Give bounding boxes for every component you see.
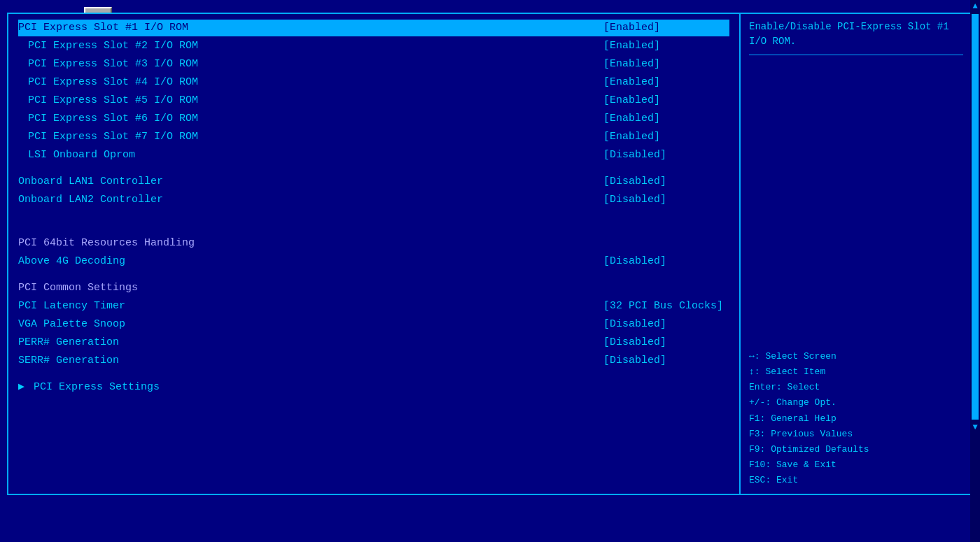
setting-value-pci1: [Enabled] — [603, 20, 729, 36]
setting-value-lan2: [Disabled] — [603, 192, 729, 208]
scroll-down-arrow[interactable]: ▼ — [971, 421, 979, 434]
setting-value-above4g: [Disabled] — [603, 253, 729, 270]
setting-label-vga: VGA Palette Snoop — [18, 316, 603, 333]
setting-row-pcilatency[interactable]: PCI Latency Timer[32 PCI Bus Clocks] — [18, 298, 729, 315]
setting-value-pcilatency: [32 PCI Bus Clocks] — [603, 298, 729, 315]
setting-label-lsi: LSI Onboard Oprom — [18, 147, 603, 164]
setting-label-lan1: Onboard LAN1 Controller — [18, 173, 603, 190]
keybind-5: F3: Previous Values — [749, 427, 963, 442]
setting-label-pcicommon: PCI Common Settings — [18, 280, 729, 297]
setting-row-lan1[interactable]: Onboard LAN1 Controller[Disabled] — [18, 173, 729, 190]
setting-row-pci5[interactable]: PCI Express Slot #5 I/O ROM[Enabled] — [18, 92, 729, 109]
setting-value-pci7: [Enabled] — [603, 129, 729, 145]
keybind-4: F1: General Help — [749, 411, 963, 427]
scrollbar[interactable]: ▲ ▼ — [970, 0, 980, 542]
setting-value-pci2: [Enabled] — [603, 38, 729, 55]
setting-value-vga: [Disabled] — [603, 316, 729, 333]
setting-value-serr: [Disabled] — [603, 352, 729, 369]
spacer-13 — [18, 227, 729, 235]
setting-label-pci4: PCI Express Slot #4 I/O ROM — [18, 74, 603, 91]
main-area: PCI Express Slot #1 I/O ROM[Enabled]PCI … — [7, 13, 973, 495]
spacer-22 — [18, 371, 729, 379]
spacer-8 — [18, 165, 729, 173]
submenu-arrow-icon: ▶ — [18, 381, 31, 393]
setting-row-pci2[interactable]: PCI Express Slot #2 I/O ROM[Enabled] — [18, 38, 729, 55]
keybind-1: ↕: Select Item — [749, 364, 963, 380]
setting-row-above4g[interactable]: Above 4G Decoding[Disabled] — [18, 253, 729, 270]
setting-label-pci2: PCI Express Slot #2 I/O ROM — [18, 38, 603, 55]
spacer-11 — [18, 210, 729, 218]
spacer-12 — [18, 218, 729, 227]
setting-label-pci5: PCI Express Slot #5 I/O ROM — [18, 92, 603, 109]
setting-value-pci5: [Enabled] — [603, 92, 729, 109]
keybind-7: F10: Save & Exit — [749, 457, 963, 473]
title-bar — [0, 0, 980, 4]
setting-label-pci1: PCI Express Slot #1 I/O ROM — [18, 20, 603, 36]
setting-label-perr: PERR# Generation — [18, 334, 603, 351]
setting-value-pci6: [Enabled] — [603, 110, 729, 127]
setting-value-pci4: [Enabled] — [603, 74, 729, 91]
setting-row-pci7[interactable]: PCI Express Slot #7 I/O ROM[Enabled] — [18, 129, 729, 145]
setting-label-lan2: Onboard LAN2 Controller — [18, 192, 603, 208]
keybind-8: ESC: Exit — [749, 473, 963, 488]
setting-row-lan2[interactable]: Onboard LAN2 Controller[Disabled] — [18, 192, 729, 208]
setting-row-vga[interactable]: VGA Palette Snoop[Disabled] — [18, 316, 729, 333]
right-panel: Enable/Disable PCI-Express Slot #1 I/O R… — [741, 14, 972, 494]
setting-row-pci1[interactable]: PCI Express Slot #1 I/O ROM[Enabled] — [18, 20, 729, 36]
setting-value-perr: [Disabled] — [603, 334, 729, 351]
tab-row — [0, 7, 980, 13]
setting-label-pciexpress: ▶ PCI Express Settings — [18, 379, 729, 396]
setting-label-pcilatency: PCI Latency Timer — [18, 298, 603, 315]
setting-row-lsi[interactable]: LSI Onboard Oprom[Disabled] — [18, 147, 729, 164]
setting-row-pci6[interactable]: PCI Express Slot #6 I/O ROM[Enabled] — [18, 110, 729, 127]
setting-label-pci3: PCI Express Slot #3 I/O ROM — [18, 56, 603, 73]
setting-row-serr[interactable]: SERR# Generation[Disabled] — [18, 352, 729, 369]
spacer-16 — [18, 271, 729, 280]
setting-row-pciexpress[interactable]: ▶ PCI Express Settings — [18, 379, 729, 396]
setting-value-lsi: [Disabled] — [603, 147, 729, 164]
setting-label-pci6: PCI Express Slot #6 I/O ROM — [18, 110, 603, 127]
setting-row-pcicommon: PCI Common Settings — [18, 280, 729, 297]
left-panel: PCI Express Slot #1 I/O ROM[Enabled]PCI … — [8, 14, 741, 494]
help-text: Enable/Disable PCI-Express Slot #1 I/O R… — [749, 20, 963, 55]
setting-label-above4g: Above 4G Decoding — [18, 253, 603, 270]
setting-value-lan1: [Disabled] — [603, 173, 729, 190]
keybind-2: Enter: Select — [749, 380, 963, 395]
setting-row-pci3[interactable]: PCI Express Slot #3 I/O ROM[Enabled] — [18, 56, 729, 73]
setting-row-pci64header: PCI 64bit Resources Handling — [18, 235, 729, 252]
keybind-6: F9: Optimized Defaults — [749, 442, 963, 457]
setting-label-pci7: PCI Express Slot #7 I/O ROM — [18, 129, 603, 145]
keybind-0: ↔: Select Screen — [749, 349, 963, 364]
tab-advanced[interactable] — [84, 7, 112, 13]
setting-value-pci3: [Enabled] — [603, 56, 729, 73]
setting-label-pci64header: PCI 64bit Resources Handling — [18, 235, 729, 252]
scroll-thumb — [972, 14, 979, 420]
setting-row-pci4[interactable]: PCI Express Slot #4 I/O ROM[Enabled] — [18, 74, 729, 91]
keybind-section: ↔: Select Screen↕: Select ItemEnter: Sel… — [749, 349, 963, 488]
setting-row-perr[interactable]: PERR# Generation[Disabled] — [18, 334, 729, 351]
keybind-3: +/-: Change Opt. — [749, 395, 963, 411]
setting-label-serr: SERR# Generation — [18, 352, 603, 369]
scroll-up-arrow[interactable]: ▲ — [971, 0, 979, 13]
